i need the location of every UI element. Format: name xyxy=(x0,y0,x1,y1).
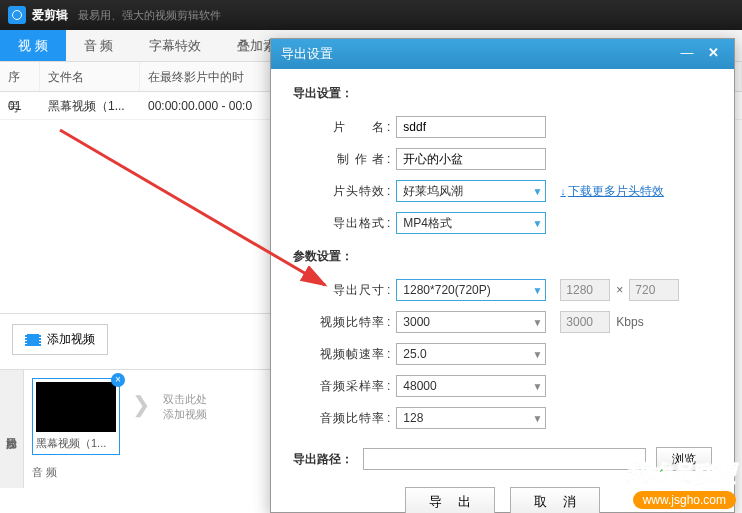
select-format[interactable]: MP4格式 ▼ xyxy=(396,212,546,234)
input-path[interactable] xyxy=(363,448,646,470)
add-clip-hint[interactable]: 双击此处 添加视频 xyxy=(163,392,207,423)
select-title-fx[interactable]: 好莱坞风潮 ▼ xyxy=(396,180,546,202)
label-title-fx: 片头特效 xyxy=(313,183,385,200)
export-dialog: 导出设置 — ✕ 导出设置： 片 名: 制 作 者: 片头特效: 好莱坞风潮 ▼… xyxy=(270,38,735,513)
tab-subtitle[interactable]: 字幕特效 xyxy=(131,30,219,61)
select-abitrate[interactable]: 128 ▼ xyxy=(396,407,546,429)
label-asample: 音频采样率 xyxy=(313,378,385,395)
clip-audio-label: 音 频 xyxy=(32,465,262,480)
label-format: 导出格式 xyxy=(313,215,385,232)
chevron-down-icon: ▼ xyxy=(529,317,545,328)
label-vbitrate: 视频比特率 xyxy=(313,314,385,331)
lower-panel: 添加视频 已添加片段 × 黑幕视频（1... ❯ 双击此处 添加视频 音 频 xyxy=(0,313,270,513)
chevron-right-icon: ❯ xyxy=(132,392,150,418)
chevron-down-icon: ▼ xyxy=(529,413,545,424)
size-height-readonly: 720 xyxy=(629,279,679,301)
section-param-title: 参数设置： xyxy=(293,248,712,265)
label-author: 制 作 者 xyxy=(313,151,385,168)
section-export-title: 导出设置： xyxy=(293,85,712,102)
select-size[interactable]: 1280*720(720P) ▼ xyxy=(396,279,546,301)
multiply-icon: × xyxy=(616,283,623,297)
app-subtitle: 最易用、强大的视频剪辑软件 xyxy=(78,8,221,23)
label-path: 导出路径： xyxy=(293,451,353,468)
clip-area: 已添加片段 × 黑幕视频（1... ❯ 双击此处 添加视频 音 频 xyxy=(0,369,270,488)
label-fps: 视频帧速率 xyxy=(313,346,385,363)
select-fps[interactable]: 25.0 ▼ xyxy=(396,343,546,365)
label-abitrate: 音频比特率 xyxy=(313,410,385,427)
chevron-down-icon: ▼ xyxy=(529,381,545,392)
chevron-down-icon: ▼ xyxy=(529,218,545,229)
add-video-button[interactable]: 添加视频 xyxy=(12,324,108,355)
chevron-down-icon: ▼ xyxy=(529,186,545,197)
add-video-label: 添加视频 xyxy=(47,331,95,348)
clip-remove-icon[interactable]: × xyxy=(111,373,125,387)
cancel-button[interactable]: 取 消 xyxy=(510,487,600,513)
watermark-url: www.jsgho.com xyxy=(633,491,736,509)
col-seq: 序号 xyxy=(0,62,40,91)
dialog-titlebar[interactable]: 导出设置 — ✕ xyxy=(271,39,734,69)
input-name[interactable] xyxy=(396,116,546,138)
tab-video[interactable]: 视 频 xyxy=(0,30,66,61)
size-width-readonly: 1280 xyxy=(560,279,610,301)
dialog-title: 导出设置 xyxy=(281,45,672,63)
link-more-fx[interactable]: 下载更多片头特效 xyxy=(560,183,664,200)
tab-audio[interactable]: 音 频 xyxy=(66,30,132,61)
cell-file: 黑幕视频（1... xyxy=(40,92,140,119)
export-button[interactable]: 导 出 xyxy=(405,487,495,513)
watermark: 技术员联盟 www.jsgho.com xyxy=(626,459,736,509)
app-logo-icon xyxy=(8,6,26,24)
cell-seq: 01 xyxy=(0,92,40,119)
minimize-icon[interactable]: — xyxy=(676,45,698,63)
clip-side-label: 已添加片段 xyxy=(0,370,24,488)
label-name: 片 名 xyxy=(313,119,385,136)
select-asample[interactable]: 48000 ▼ xyxy=(396,375,546,397)
select-vbitrate[interactable]: 3000 ▼ xyxy=(396,311,546,333)
clip-thumbnail[interactable]: × 黑幕视频（1... xyxy=(32,378,120,455)
clip-name: 黑幕视频（1... xyxy=(36,436,116,451)
vbitrate-readonly: 3000 xyxy=(560,311,610,333)
clip-preview xyxy=(36,382,116,432)
watermark-text: 技术员联盟 xyxy=(626,459,736,489)
close-icon[interactable]: ✕ xyxy=(702,45,724,63)
app-header: 爱剪辑 最易用、强大的视频剪辑软件 xyxy=(0,0,742,30)
col-file: 文件名 xyxy=(40,62,140,91)
unit-kbps: Kbps xyxy=(616,315,643,329)
film-icon xyxy=(25,334,41,346)
input-author[interactable] xyxy=(396,148,546,170)
chevron-down-icon: ▼ xyxy=(529,349,545,360)
label-size: 导出尺寸 xyxy=(313,282,385,299)
chevron-down-icon: ▼ xyxy=(529,285,545,296)
app-name: 爱剪辑 xyxy=(32,7,68,24)
